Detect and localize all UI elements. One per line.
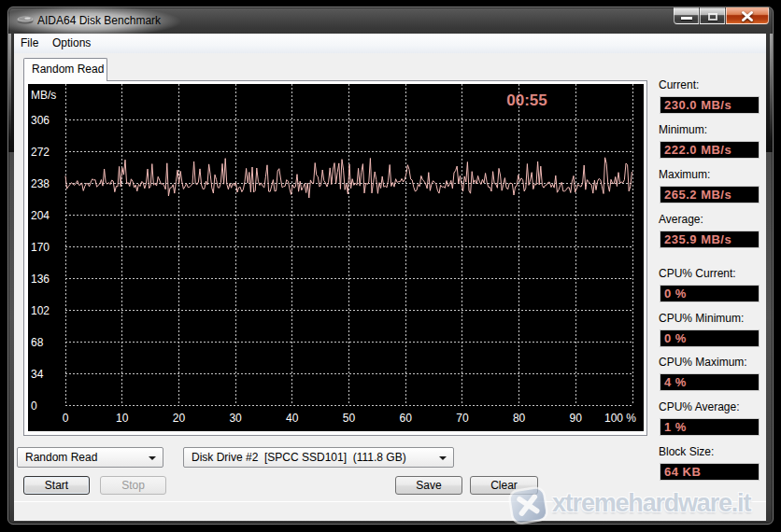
- svg-text:30: 30: [229, 412, 242, 425]
- svg-text:60: 60: [400, 412, 413, 425]
- svg-text:100 %: 100 %: [604, 412, 636, 425]
- svg-text:136: 136: [31, 273, 50, 286]
- svg-text:204: 204: [31, 209, 50, 222]
- svg-text:0: 0: [31, 399, 37, 413]
- svg-text:34: 34: [31, 368, 44, 381]
- svg-text:MB/s: MB/s: [31, 89, 56, 102]
- svg-text:68: 68: [31, 336, 44, 349]
- svg-text:0: 0: [63, 412, 69, 425]
- svg-text:80: 80: [513, 412, 526, 425]
- svg-text:102: 102: [31, 304, 50, 317]
- svg-text:20: 20: [173, 412, 186, 425]
- svg-text:272: 272: [31, 146, 50, 159]
- svg-text:50: 50: [343, 412, 356, 425]
- svg-text:00:55: 00:55: [506, 91, 547, 109]
- svg-text:70: 70: [456, 412, 469, 425]
- svg-text:40: 40: [286, 412, 299, 425]
- svg-text:90: 90: [570, 412, 583, 425]
- svg-text:306: 306: [31, 114, 50, 127]
- svg-text:238: 238: [31, 177, 50, 190]
- svg-text:10: 10: [116, 412, 129, 425]
- svg-text:170: 170: [31, 241, 50, 254]
